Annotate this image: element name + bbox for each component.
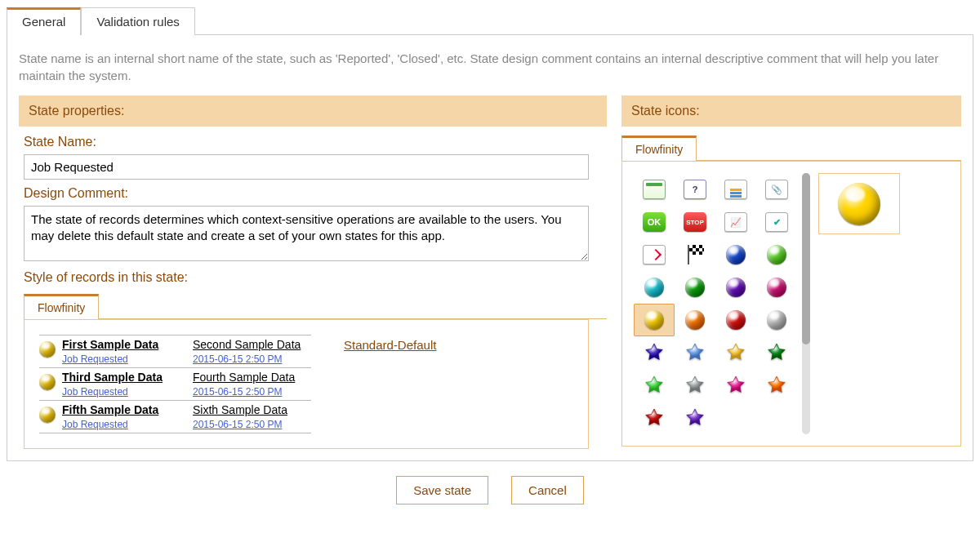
icon-option-checkdoc[interactable]: ✔ bbox=[756, 206, 797, 238]
scrollbar-thumb[interactable] bbox=[802, 173, 810, 344]
icon-option-sphere-bfbfbf[interactable] bbox=[756, 304, 797, 336]
sample-subtitle[interactable]: Job Requested bbox=[62, 419, 128, 430]
star-icon bbox=[644, 342, 665, 363]
state-properties-header: State properties: bbox=[19, 96, 607, 127]
sphere-icon bbox=[644, 310, 664, 330]
icon-option-sphere-e01010[interactable] bbox=[715, 304, 756, 336]
sample-subtitle[interactable]: Job Requested bbox=[62, 386, 128, 398]
sphere-icon bbox=[39, 341, 56, 358]
sample-title[interactable]: Third Sample Data bbox=[62, 371, 193, 384]
style-name-link[interactable]: Standard-Default bbox=[344, 338, 436, 352]
icon-option-sphere-5fd82a[interactable] bbox=[756, 238, 797, 271]
icon-grid: ?📎OKSTOP📈✔ bbox=[634, 173, 797, 434]
icons-subtabs: Flowfinity bbox=[621, 135, 961, 161]
sphere-icon bbox=[767, 310, 786, 330]
icon-option-note[interactable] bbox=[715, 173, 756, 206]
icon-option-exit[interactable] bbox=[634, 238, 675, 271]
sphere-icon bbox=[39, 374, 56, 390]
state-icons-header: State icons: bbox=[621, 96, 961, 127]
style-subtabs: Flowfinity bbox=[24, 293, 607, 319]
tab-validation-rules[interactable]: Validation rules bbox=[81, 7, 194, 35]
selected-icon-preview bbox=[818, 173, 900, 234]
question-doc-icon: ? bbox=[684, 180, 706, 199]
icon-option-clip[interactable]: 📎 bbox=[756, 173, 797, 206]
ok-badge-icon: OK bbox=[643, 212, 666, 232]
icon-option-star-9fa5a5[interactable] bbox=[675, 369, 715, 402]
sphere-icon bbox=[726, 310, 746, 330]
icon-option-sphere-ff7a00[interactable] bbox=[675, 304, 715, 336]
save-state-button[interactable]: Save state bbox=[396, 476, 488, 504]
sample-subtitle-2[interactable]: 2015-06-15 2:50 PM bbox=[193, 386, 282, 398]
icon-option-empty bbox=[756, 402, 797, 434]
icon-option-sphere-d8127a[interactable] bbox=[756, 271, 797, 304]
icon-option-sphere-ffd400[interactable] bbox=[634, 304, 675, 336]
style-of-records-label: Style of records in this state: bbox=[24, 270, 607, 285]
icons-panel: ?📎OKSTOP📈✔ bbox=[621, 161, 961, 447]
icon-option-calendar[interactable] bbox=[634, 173, 675, 206]
icon-option-question[interactable]: ? bbox=[675, 173, 715, 206]
state-name-label: State Name: bbox=[24, 135, 607, 149]
sample-subtitle-2[interactable]: 2015-06-15 2:50 PM bbox=[193, 353, 282, 365]
icon-option-empty bbox=[715, 402, 756, 434]
note-doc-icon bbox=[724, 180, 747, 199]
sample-title[interactable]: First Sample Data bbox=[62, 338, 193, 351]
sample-title-2[interactable]: Second Sample Data bbox=[193, 338, 311, 351]
icon-option-sphere-6a0fbf[interactable] bbox=[715, 271, 756, 304]
star-icon bbox=[644, 375, 665, 396]
sample-row: Third Sample DataJob RequestedFourth Sam… bbox=[39, 368, 311, 401]
star-icon bbox=[766, 342, 787, 363]
star-icon bbox=[684, 375, 706, 396]
star-icon bbox=[725, 342, 746, 363]
exit-doc-icon bbox=[643, 245, 666, 264]
sample-table: First Sample DataJob RequestedSecond Sam… bbox=[39, 335, 311, 433]
star-icon bbox=[644, 407, 665, 429]
icon-option-star-6fa0e8[interactable] bbox=[675, 336, 715, 369]
check-doc-icon: ✔ bbox=[765, 212, 788, 232]
state-name-input[interactable] bbox=[24, 154, 589, 180]
icon-option-sphere-18c8d8[interactable] bbox=[634, 271, 675, 304]
sphere-icon bbox=[726, 245, 746, 264]
subtab-flowfinity[interactable]: Flowfinity bbox=[24, 294, 99, 319]
icon-option-star-e8309a[interactable] bbox=[715, 369, 756, 402]
action-buttons: Save state Cancel bbox=[7, 476, 973, 504]
sample-subtitle[interactable]: Job Requested bbox=[62, 353, 128, 365]
calendar-icon bbox=[643, 180, 666, 199]
sample-row: First Sample DataJob RequestedSecond Sam… bbox=[39, 335, 311, 368]
icon-option-chart[interactable]: 📈 bbox=[715, 206, 756, 238]
general-panel: State name is an internal short name of … bbox=[7, 35, 973, 461]
star-icon bbox=[725, 375, 746, 396]
cancel-button[interactable]: Cancel bbox=[511, 476, 584, 504]
icon-option-star-ff7a00[interactable] bbox=[756, 369, 797, 402]
star-icon bbox=[766, 375, 787, 396]
sphere-icon bbox=[39, 407, 56, 423]
sample-row: Fifth Sample DataJob RequestedSixth Samp… bbox=[39, 401, 311, 433]
icon-option-star-c81a1a[interactable] bbox=[634, 402, 675, 434]
icon-option-star-0f8f2f[interactable] bbox=[756, 336, 797, 369]
star-icon bbox=[684, 407, 706, 429]
icon-option-star-4fd84f[interactable] bbox=[634, 369, 675, 402]
icon-option-flag[interactable] bbox=[675, 238, 715, 271]
icon-option-sphere-0aa60a[interactable] bbox=[675, 271, 715, 304]
icon-option-star-f5c542[interactable] bbox=[715, 336, 756, 369]
icon-option-stop[interactable]: STOP bbox=[675, 206, 715, 238]
checkered-flag-icon bbox=[686, 245, 704, 264]
design-comment-input[interactable] bbox=[24, 206, 589, 261]
yellow-sphere-icon bbox=[838, 183, 880, 225]
star-icon bbox=[684, 342, 706, 363]
sample-title-2[interactable]: Sixth Sample Data bbox=[193, 403, 311, 416]
icon-scrollbar[interactable] bbox=[802, 173, 810, 434]
sample-title[interactable]: Fifth Sample Data bbox=[62, 403, 193, 416]
sphere-icon bbox=[685, 310, 705, 330]
sphere-icon bbox=[767, 245, 786, 264]
sample-subtitle-2[interactable]: 2015-06-15 2:50 PM bbox=[193, 419, 282, 430]
sample-title-2[interactable]: Fourth Sample Data bbox=[193, 371, 311, 384]
icon-option-star-7a3fc8[interactable] bbox=[675, 402, 715, 434]
style-preview-box: First Sample DataJob RequestedSecond Sam… bbox=[24, 319, 589, 449]
icon-option-sphere-1a4fd8[interactable] bbox=[715, 238, 756, 271]
sphere-icon bbox=[726, 278, 746, 297]
icon-option-ok[interactable]: OK bbox=[634, 206, 675, 238]
columns: State properties: State Name: Design Com… bbox=[19, 96, 961, 449]
icon-option-star-4a2fbf[interactable] bbox=[634, 336, 675, 369]
tab-general[interactable]: General bbox=[7, 7, 81, 35]
icons-subtab-flowfinity[interactable]: Flowfinity bbox=[621, 136, 697, 161]
